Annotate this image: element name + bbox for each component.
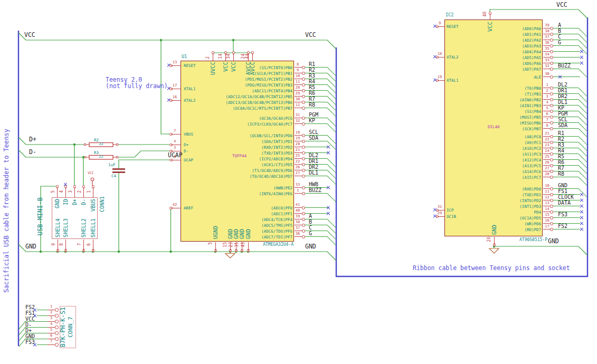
net-label[interactable]: BUZZ [558, 63, 571, 69]
ic2-footprint[interactable]: DIL40 [488, 125, 500, 129]
pin-name: SHELL3 [62, 217, 69, 237]
net-label[interactable]: R4 [558, 148, 564, 154]
pin-end-circle [550, 228, 553, 231]
net-label[interactable]: SDA [558, 122, 567, 128]
pin-stub [93, 187, 93, 198]
vcc-power-flag-label[interactable]: VCC [88, 171, 94, 175]
net-label[interactable]: DL2 [558, 82, 567, 88]
u1-reference[interactable]: U1 [182, 54, 187, 59]
c4-reference[interactable]: C4 [111, 174, 116, 178]
pin-number: 9 [50, 241, 56, 248]
pin-number: 8 [58, 241, 64, 248]
net-label-gnd-u1[interactable]: GND [305, 243, 316, 250]
net-label[interactable]: B [558, 28, 561, 34]
net-label[interactable]: GND [558, 183, 567, 188]
net-label-ucap[interactable]: UCAP [168, 152, 183, 158]
net-label[interactable]: R7 [558, 165, 564, 171]
ic2-reference[interactable]: IC2 [446, 13, 453, 17]
net-label[interactable]: PGM [309, 112, 318, 118]
net-label[interactable]: KP [309, 118, 315, 123]
net-label[interactable]: DR1 [309, 158, 318, 164]
net-label[interactable]: SCL [558, 117, 567, 122]
usb-reference[interactable]: CONN1 [99, 196, 105, 221]
net-label-dminus[interactable]: D- [29, 149, 36, 155]
net-label[interactable]: GND [25, 333, 35, 339]
connector-pin-row[interactable]: FS3 7 [18, 342, 92, 348]
pin-stub [171, 134, 181, 135]
pin-column[interactable]: 40 VCC [485, 11, 495, 21]
ic2-value[interactable]: AT90S8515-P [519, 238, 547, 243]
net-label[interactable]: DR2 [309, 164, 318, 170]
r2-value[interactable]: 22 [89, 142, 113, 147]
note-usb-cable[interactable]: Sacrificial USB cable from header to Tee… [2, 111, 11, 310]
u1-footprint[interactable]: TQFP44 [232, 154, 247, 158]
net-label[interactable]: DL2 [309, 152, 318, 158]
note-ribbon-cable[interactable]: Ribbon cable between Teensy pins and soc… [413, 265, 570, 271]
net-label-gnd-left[interactable]: GND [25, 243, 36, 250]
net-label[interactable]: PGM [558, 111, 567, 117]
note-teensy-line2: (not fully drawn) [106, 82, 168, 90]
wire [553, 148, 579, 148]
r3-value[interactable]: 22 [89, 155, 113, 159]
net-label[interactable]: R3 [558, 142, 564, 148]
net-label-vcc-left[interactable]: VCC [24, 32, 35, 38]
note-teensy[interactable]: Teensy 2.0(not fully drawn) [106, 76, 168, 90]
net-label[interactable]: DATA [558, 200, 571, 206]
net-label[interactable]: R8 [558, 171, 564, 177]
net-label[interactable]: DL1 [309, 170, 318, 176]
pin-end-circle [550, 176, 553, 179]
net-label[interactable]: DR2 [558, 93, 567, 99]
net-label[interactable]: A [558, 22, 561, 28]
pin-column[interactable]: 6 SHELL1 [88, 238, 98, 249]
net-label[interactable]: FS3 [558, 212, 567, 217]
pin-column[interactable]: 8 SHELL3 [61, 238, 70, 249]
pin-column[interactable]: 20 GND [489, 236, 499, 246]
pin-column[interactable]: 1 VBUS [88, 185, 98, 195]
wire [553, 177, 579, 177]
pin-row[interactable]: 7 VBUS [167, 131, 235, 137]
net-label-vcc-ic2[interactable]: VCC [556, 2, 567, 8]
pin-stub [438, 26, 444, 27]
pin-number: 33 [543, 58, 551, 62]
net-label-gnd-ic2[interactable]: GND [548, 238, 559, 244]
net-label[interactable]: DR1 [558, 88, 567, 93]
net-label[interactable]: FS1 [558, 188, 567, 194]
net-label[interactable]: D+ [25, 328, 32, 333]
pin-row[interactable]: 19 XTAL1 [433, 77, 501, 83]
net-label[interactable]: G [558, 40, 561, 45]
usb-value[interactable]: USB-MINI-B [37, 193, 43, 240]
c4-value[interactable]: 1uF [108, 163, 116, 167]
pin-number: 21 [543, 131, 551, 136]
pin-number: 3 [67, 187, 73, 196]
net-label-dplus[interactable]: D+ [29, 136, 36, 142]
conn7-pins: FS2 1 FS1 2 VCC 3 D- 4 D+ 5 GND 6 FS3 7 [18, 307, 92, 348]
net-label[interactable]: DL1 [558, 99, 567, 105]
net-label[interactable]: KP [558, 105, 564, 111]
no-connect-icon [558, 75, 562, 79]
pin-number: 2 [48, 310, 54, 314]
pin-stub [438, 216, 444, 217]
net-label[interactable]: SDA [309, 135, 318, 141]
pin-row[interactable]: 18 XTAL2 [433, 54, 501, 60]
net-label[interactable]: R6 [558, 159, 564, 165]
net-label-vcc-u1[interactable]: VCC [305, 32, 316, 38]
net-label[interactable]: D- [25, 322, 32, 328]
net-label[interactable]: CLOCK [558, 194, 574, 200]
net-label[interactable]: R5 [558, 154, 564, 159]
conn7-reference[interactable]: CONN_7 [67, 307, 73, 347]
pin-number: 34 [543, 52, 551, 56]
no-connect-icon [580, 216, 583, 219]
pin-stub [93, 240, 93, 252]
net-label[interactable]: R2 [558, 136, 564, 142]
pin-number: 36 [543, 41, 551, 45]
net-label[interactable]: R1 [558, 130, 564, 136]
net-label[interactable]: C [558, 34, 561, 40]
conn7-value[interactable]: B7K-PH-K-S1 [60, 307, 66, 347]
net-label[interactable]: VCC [25, 316, 35, 322]
pin-number: 14 [543, 207, 551, 211]
pin-end-circle [302, 163, 305, 166]
net-label[interactable]: FS2 [558, 223, 567, 229]
pin-name: VBUS [184, 132, 193, 137]
net-label[interactable]: SCL [309, 129, 318, 135]
u1-value[interactable]: ATMEGA32U4-A [232, 243, 293, 247]
